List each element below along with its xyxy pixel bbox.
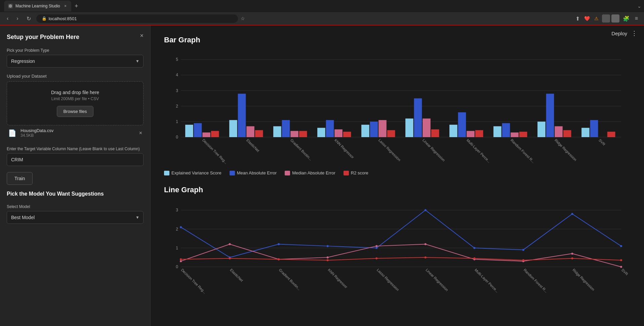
bar-chart-title: Bar Graph	[164, 36, 631, 44]
svg-point-86	[425, 243, 427, 245]
svg-text:KNN Regressor: KNN Regressor	[327, 268, 348, 289]
svg-text:Lasso Regression: Lasso Regression	[376, 268, 400, 292]
svg-text:Multi-Layer Perce...: Multi-Layer Perce...	[466, 138, 491, 164]
tab-title: Machine Learning Studio	[15, 4, 60, 8]
file-info: HousingData.csv 34.5KB	[21, 128, 135, 138]
svg-point-94	[327, 259, 329, 261]
svg-rect-49	[502, 123, 510, 137]
svg-point-100	[620, 259, 622, 261]
svg-rect-38	[405, 119, 413, 137]
legend-label-median: Median Absolute Error	[292, 170, 335, 175]
svg-point-76	[425, 209, 427, 211]
upload-label: Upload your Dataset	[7, 74, 144, 79]
bookmark-button[interactable]: ☆	[241, 16, 245, 21]
svg-text:ElasticNet: ElasticNet	[246, 138, 260, 153]
svg-rect-23	[273, 126, 281, 137]
toolbar-right: ⬆ ❤️ ⚠ 🧩 ≡	[573, 14, 640, 23]
svg-text:Random Forest R...: Random Forest R...	[523, 268, 548, 293]
svg-rect-33	[361, 125, 369, 137]
svg-point-79	[571, 213, 573, 215]
dataset-section: Upload your Dataset Drag and drop file h…	[7, 74, 144, 140]
svg-text:SVR: SVR	[621, 268, 628, 276]
lock-icon: 🔒	[42, 16, 47, 21]
svg-rect-53	[537, 122, 546, 137]
file-name: HousingData.csv	[21, 128, 135, 133]
file-size: 34.5KB	[21, 133, 135, 138]
drop-zone[interactable]: Drag and drop file here Limit 200MB per …	[7, 81, 144, 125]
svg-rect-20	[246, 126, 254, 137]
file-item: 📄 HousingData.csv 34.5KB ×	[7, 125, 144, 140]
more-options-button[interactable]: ⋮	[631, 30, 637, 37]
target-input[interactable]	[7, 153, 144, 166]
svg-rect-59	[590, 120, 598, 137]
forward-button[interactable]: ›	[14, 14, 21, 23]
svg-text:0: 0	[176, 135, 178, 139]
svg-text:1: 1	[176, 119, 178, 124]
svg-text:0: 0	[176, 264, 178, 269]
svg-point-78	[522, 249, 524, 251]
more-tabs-button[interactable]: ⌄	[637, 3, 641, 9]
legend-item-explained: Explained Variance Score	[164, 170, 222, 175]
deploy-button[interactable]: Deploy	[611, 31, 627, 36]
svg-rect-30	[334, 129, 343, 137]
svg-text:Ridge Regression: Ridge Regression	[572, 268, 595, 291]
svg-rect-34	[370, 122, 378, 137]
svg-text:Gradient Bootin...: Gradient Bootin...	[278, 268, 301, 291]
browser-tab[interactable]: Machine Learning Studio ×	[4, 1, 71, 11]
select-model-select[interactable]: Best Model Decision Tree Regressor Elast…	[7, 211, 144, 224]
svg-rect-58	[581, 128, 590, 137]
svg-rect-25	[290, 131, 298, 137]
main-content: Deploy ⋮ Bar Graph 012345Decision Tree R…	[151, 26, 644, 326]
svg-text:Linear Regression: Linear Regression	[422, 138, 446, 162]
svg-rect-21	[255, 130, 263, 137]
file-remove-button[interactable]: ×	[139, 130, 142, 136]
svg-rect-24	[282, 120, 290, 137]
back-button[interactable]: ‹	[4, 14, 11, 23]
svg-text:Lasso Regression: Lasso Regression	[378, 138, 402, 162]
ext-avatar-2[interactable]	[611, 14, 619, 23]
line-chart-container: 0123Decision Tree Reg...ElasticNetGradie…	[164, 200, 631, 295]
svg-text:KNN Regressor: KNN Regressor	[334, 138, 355, 159]
svg-rect-40	[422, 119, 431, 137]
problem-type-select[interactable]: Regression Classification	[7, 55, 144, 68]
tab-close-button[interactable]: ×	[64, 3, 67, 9]
select-model-label: Select Model	[7, 204, 144, 209]
svg-point-82	[229, 243, 231, 245]
legend-label-explained: Explained Variance Score	[171, 170, 222, 175]
new-tab-button[interactable]: +	[73, 2, 80, 10]
sidebar-close-button[interactable]: ×	[140, 32, 144, 39]
svg-point-84	[327, 256, 329, 258]
svg-rect-56	[563, 130, 571, 137]
suggestions-title: Pick the Model You Want Suggestions	[7, 191, 144, 197]
svg-rect-28	[317, 128, 325, 137]
legend-box-mae	[230, 171, 235, 175]
share-button[interactable]: ⬆	[573, 15, 582, 23]
svg-rect-18	[229, 120, 237, 137]
svg-rect-39	[414, 98, 422, 137]
select-model-wrapper: Best Model Decision Tree Regressor Elast…	[7, 211, 144, 224]
legend-box-median	[285, 171, 290, 175]
svg-point-93	[278, 258, 280, 260]
bar-chart-container: 012345Decision Tree Reg...ElasticNetGrad…	[164, 50, 631, 165]
extensions-button[interactable]: 🧩	[621, 15, 632, 23]
svg-text:4: 4	[176, 73, 178, 77]
address-bar[interactable]: 🔒 localhost:8501	[36, 14, 238, 23]
train-button[interactable]: Train	[7, 172, 33, 185]
svg-text:5: 5	[176, 57, 178, 62]
svg-text:ElasticNet: ElasticNet	[229, 268, 244, 283]
svg-point-90	[620, 266, 622, 268]
ext-icon-2[interactable]: ⚠	[593, 14, 601, 23]
problem-type-select-wrapper: Regression Classification ▼	[7, 55, 144, 68]
ext-avatar-1[interactable]	[602, 14, 610, 23]
problem-type-section: Pick your Problem Type Regression Classi…	[7, 48, 144, 68]
svg-text:SVR: SVR	[598, 138, 606, 147]
bar-chart-svg: 012345Decision Tree Reg...ElasticNetGrad…	[164, 50, 628, 164]
svg-point-85	[375, 245, 377, 247]
svg-point-97	[473, 257, 475, 259]
legend-item-mae: Mean Absolute Error	[230, 170, 277, 175]
ext-icon-1[interactable]: ❤️	[583, 14, 591, 23]
reload-button[interactable]: ↻	[24, 14, 34, 23]
browser-menu-button[interactable]: ≡	[633, 15, 640, 22]
browse-files-button[interactable]: Browse files	[57, 106, 93, 117]
deploy-row: Deploy ⋮	[611, 30, 637, 37]
